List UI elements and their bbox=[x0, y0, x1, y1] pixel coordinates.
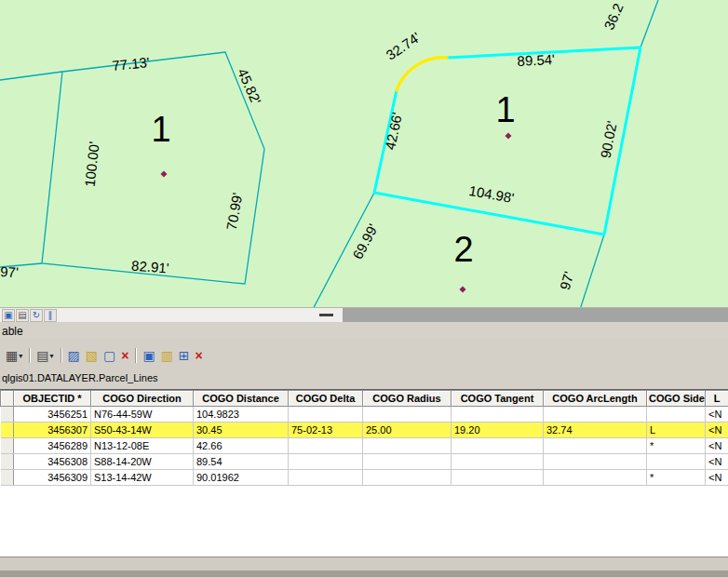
data-view-button[interactable]: ▣ bbox=[2, 309, 15, 322]
table-options-button[interactable]: ▦▾ bbox=[3, 346, 25, 365]
table-bottom-strip bbox=[0, 557, 728, 570]
column-header-cogo-side[interactable]: COGO Side bbox=[647, 391, 706, 407]
cell-cogo-radius[interactable] bbox=[363, 470, 452, 486]
parcel-line[interactable] bbox=[577, 235, 604, 307]
row-selector-cell[interactable] bbox=[1, 470, 14, 486]
column-header-cogo-delta[interactable]: COGO Delta bbox=[289, 391, 363, 407]
row-selector-cell[interactable] bbox=[1, 407, 14, 423]
cell-cogo-radius[interactable] bbox=[363, 407, 452, 423]
delete-selected-button[interactable]: × bbox=[118, 346, 131, 365]
dimension-label: 69.99' bbox=[349, 221, 381, 262]
cell-cogo-distance[interactable]: 30.45 bbox=[194, 423, 289, 438]
pause-drawing-icon: ∥ bbox=[48, 311, 53, 320]
cell-cogo-direction[interactable]: N76-44-59W bbox=[91, 407, 194, 423]
column-header-l[interactable]: L bbox=[706, 391, 728, 407]
cell-cogo-delta[interactable] bbox=[289, 470, 363, 486]
cell-l[interactable]: <N bbox=[706, 454, 728, 470]
cell-cogo-side[interactable]: L bbox=[647, 423, 706, 438]
layout-view-button[interactable]: ▤ bbox=[16, 309, 29, 322]
cell-cogo-delta[interactable] bbox=[289, 407, 363, 423]
row-selector-cell[interactable] bbox=[1, 438, 14, 454]
zoom-to-selected-button[interactable]: ▥ bbox=[158, 346, 176, 365]
cell-cogo-side[interactable]: * bbox=[647, 470, 706, 486]
table-titlebar[interactable]: able bbox=[0, 322, 728, 338]
selected-arc-feature[interactable] bbox=[397, 58, 447, 90]
map-view[interactable]: 77.13'45.82'100.00'70.99'82.91''97'32.74… bbox=[0, 0, 728, 307]
cell-cogo-tangent[interactable] bbox=[452, 438, 544, 454]
dropdown-caret-icon: ▾ bbox=[19, 352, 22, 360]
clear-selection-button[interactable]: ▢ bbox=[101, 346, 118, 365]
cell-cogo-distance[interactable]: 89.54 bbox=[194, 454, 289, 470]
pause-drawing-button[interactable]: ∥ bbox=[44, 309, 57, 322]
cell-cogo-radius[interactable]: 25.00 bbox=[363, 423, 452, 438]
column-header-objectid[interactable]: OBJECTID * bbox=[14, 391, 91, 407]
cell-l[interactable]: <N bbox=[706, 423, 728, 438]
cell-objectid[interactable]: 3456251 bbox=[14, 407, 91, 423]
cell-cogo-arclength[interactable] bbox=[544, 438, 647, 454]
parcel-number-label: 1 bbox=[151, 110, 170, 149]
cell-cogo-tangent[interactable] bbox=[452, 454, 544, 470]
cell-objectid[interactable]: 3456308 bbox=[14, 454, 91, 470]
refresh-button[interactable]: ↻ bbox=[30, 309, 43, 322]
cell-cogo-direction[interactable]: N13-12-08E bbox=[91, 438, 194, 454]
select-by-attributes-button[interactable]: ▨ bbox=[65, 346, 83, 365]
dimension-label: 77.13' bbox=[111, 54, 150, 74]
row-selector-cell[interactable] bbox=[1, 423, 14, 438]
cell-cogo-tangent[interactable] bbox=[452, 407, 544, 423]
table-window: able ▦▾▤▾▨▧▢×▣▥⊞× qlgis01.DATALAYER.Parc… bbox=[0, 322, 728, 577]
row-selector-cell[interactable] bbox=[1, 454, 14, 470]
cell-cogo-delta[interactable]: 75-02-13 bbox=[289, 423, 363, 438]
cell-l[interactable]: <N bbox=[706, 470, 728, 486]
parcel-line[interactable] bbox=[0, 72, 62, 80]
cell-l[interactable]: <N bbox=[706, 438, 728, 454]
cell-cogo-direction[interactable]: S13-14-42W bbox=[91, 470, 194, 486]
cell-cogo-arclength[interactable] bbox=[544, 454, 647, 470]
cell-cogo-side[interactable] bbox=[647, 407, 706, 423]
add-field-button[interactable]: ⊞ bbox=[176, 346, 193, 365]
column-header-cogo-radius[interactable]: COGO Radius bbox=[363, 391, 452, 407]
parcel-number-label: 1 bbox=[495, 90, 515, 129]
cell-cogo-arclength[interactable] bbox=[544, 407, 647, 423]
dimension-label: 89.54' bbox=[517, 51, 555, 69]
map-labels: 77.13'45.82'100.00'70.99'82.91''97'32.74… bbox=[0, 1, 627, 291]
cell-cogo-delta[interactable] bbox=[289, 438, 363, 454]
row-selector-header[interactable] bbox=[1, 391, 14, 407]
cell-cogo-direction[interactable]: S50-43-14W bbox=[91, 423, 194, 438]
cell-cogo-delta[interactable] bbox=[289, 454, 363, 470]
cell-cogo-side[interactable] bbox=[647, 454, 706, 470]
dimension-label: 104.98' bbox=[467, 182, 515, 206]
column-header-cogo-arclength[interactable]: COGO ArcLength bbox=[544, 391, 647, 407]
attribute-grid[interactable]: OBJECTID *COGO DirectionCOGO DistanceCOG… bbox=[0, 389, 728, 557]
dimension-label: ' bbox=[0, 65, 6, 78]
toolbar-separator bbox=[61, 348, 61, 363]
cell-objectid[interactable]: 3456307 bbox=[14, 423, 91, 438]
column-header-cogo-direction[interactable]: COGO Direction bbox=[91, 391, 194, 407]
cell-cogo-arclength[interactable]: 32.74 bbox=[544, 423, 647, 438]
cell-cogo-side[interactable]: * bbox=[647, 438, 706, 454]
parcel-line[interactable] bbox=[42, 52, 264, 284]
column-header-cogo-distance[interactable]: COGO Distance bbox=[194, 391, 289, 407]
cell-cogo-radius[interactable] bbox=[363, 438, 452, 454]
cell-objectid[interactable]: 3456289 bbox=[14, 438, 91, 454]
cell-l[interactable]: <N bbox=[706, 407, 728, 423]
cell-objectid[interactable]: 3456309 bbox=[14, 470, 91, 486]
switch-selection-button[interactable]: ▧ bbox=[83, 346, 101, 365]
parcel-line[interactable] bbox=[640, 0, 658, 47]
column-header-cogo-tangent[interactable]: COGO Tangent bbox=[452, 391, 544, 407]
table-toolbar: ▦▾▤▾▨▧▢×▣▥⊞× bbox=[0, 344, 728, 367]
splitter-handle[interactable] bbox=[319, 314, 333, 316]
cell-cogo-tangent[interactable] bbox=[452, 470, 544, 486]
cell-cogo-distance[interactable]: 104.9823 bbox=[194, 407, 289, 423]
highlight-selected-button[interactable]: ▣ bbox=[140, 346, 157, 365]
cell-cogo-direction[interactable]: S88-14-20W bbox=[91, 454, 194, 470]
delete-field-button[interactable]: × bbox=[193, 346, 206, 365]
related-tables-button[interactable]: ▤▾ bbox=[34, 346, 56, 365]
view-controls: ▣▤↻∥ bbox=[2, 308, 58, 323]
cell-cogo-distance[interactable]: 42.66 bbox=[194, 438, 289, 454]
cell-cogo-distance[interactable]: 90.01962 bbox=[194, 470, 289, 486]
cell-cogo-arclength[interactable] bbox=[544, 470, 647, 486]
add-field-icon: ⊞ bbox=[179, 349, 190, 362]
cell-cogo-tangent[interactable]: 19.20 bbox=[452, 423, 544, 438]
dimension-label: 97' bbox=[0, 263, 19, 280]
cell-cogo-radius[interactable] bbox=[363, 454, 452, 470]
